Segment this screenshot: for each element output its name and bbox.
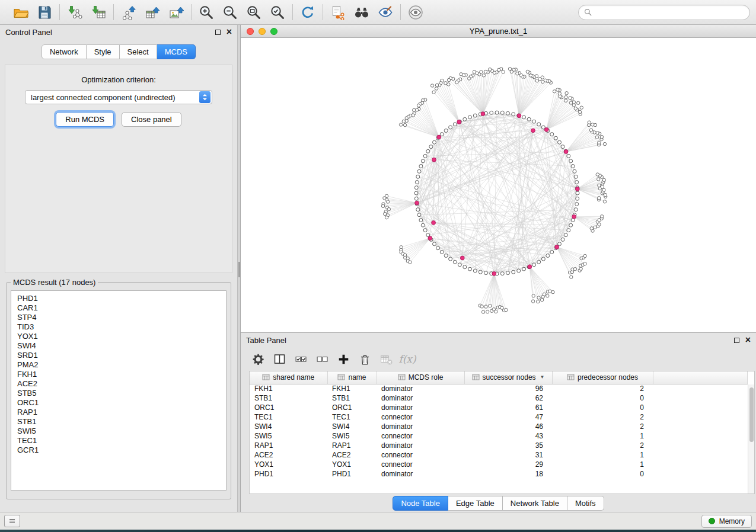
hide-graphics-button[interactable] [376,3,395,22]
mcds-node-item[interactable]: ACE2 [11,379,226,389]
select-all-button[interactable] [292,350,310,368]
mcds-node-item[interactable]: STB5 [11,389,226,398]
gear-button[interactable] [249,350,267,368]
delete-table-button[interactable] [377,350,395,368]
table-panel-title: Table Panel [246,336,286,345]
mcds-node-item[interactable]: ORC1 [11,398,226,408]
mcds-node-item[interactable]: YOX1 [11,332,226,341]
table-row[interactable]: TEC1TEC1connector472 [250,412,748,422]
table-row[interactable]: SWI4SWI4dominator462 [250,422,748,431]
optimization-criterion-select[interactable]: largest connected component (undirected) [25,90,212,104]
column-attribute-icon [337,374,345,380]
export-table-button[interactable] [143,3,162,22]
optimization-criterion-label: Optimization criterion: [5,75,232,84]
close-panel-icon[interactable]: × [227,28,232,36]
trash-button[interactable] [356,350,374,368]
share-document-button[interactable] [328,3,347,22]
table-tab-node-table[interactable]: Node Table [393,496,448,511]
mcds-node-item[interactable]: TID3 [11,322,226,332]
memory-button[interactable]: Memory [701,515,752,528]
show-graphics-icon [408,5,423,20]
function-icon: f(x) [398,353,416,365]
tab-mcds[interactable]: MCDS [157,44,196,59]
column-header-filler [653,371,748,384]
node-table-container: shared namenameMCDS rolesuccessor nodes▼… [249,371,755,494]
mcds-node-item[interactable]: CAR1 [11,303,226,313]
network-graph[interactable] [241,38,756,332]
table-row[interactable]: YOX1YOX1connector291 [250,460,748,469]
table-tab-network-table[interactable]: Network Table [503,496,567,511]
import-table-button[interactable] [89,3,108,22]
mcds-node-item[interactable]: SWI4 [11,341,226,351]
minimize-window-icon[interactable] [259,28,266,35]
scrollbar-thumb[interactable] [749,387,754,442]
splitter-grip[interactable] [238,262,240,277]
network-canvas[interactable] [241,38,756,332]
add-button[interactable] [334,350,352,368]
float-panel-icon[interactable] [734,338,739,343]
memory-status-icon [709,518,715,524]
zoom-in-button[interactable] [197,3,216,22]
zoom-selected-button[interactable] [268,3,287,22]
tab-network[interactable]: Network [42,44,87,59]
refresh-button[interactable] [298,3,317,22]
show-graphics-button[interactable] [406,3,425,22]
column-header-MCDS-role[interactable]: MCDS role [377,371,464,384]
mcds-result-list[interactable]: PHD1CAR1STP4TID3YOX1SWI4SRD1PMA2FKH1ACE2… [11,290,227,491]
mcds-node-item[interactable]: STB1 [11,417,226,427]
columns-button[interactable] [270,350,288,368]
table-row[interactable]: SWI5SWI5connector431 [250,431,748,441]
column-header-predecessor-nodes[interactable]: predecessor nodes [552,371,653,384]
main-area: Control Panel × NetworkStyleSelectMCDS O… [0,25,756,512]
close-window-icon[interactable] [247,28,254,35]
save-session-button[interactable] [35,3,54,22]
mcds-node-item[interactable]: RAP1 [11,408,226,417]
mcds-node-item[interactable]: STP4 [11,313,226,322]
column-header-successor-nodes[interactable]: successor nodes▼ [464,371,552,384]
table-row[interactable]: STB1STB1dominator620 [250,393,748,403]
maximize-window-icon[interactable] [270,28,277,35]
export-image-button[interactable] [167,3,186,22]
status-bar: Memory [0,512,756,530]
search-network-button[interactable] [352,3,371,22]
column-header-shared-name[interactable]: shared name [250,371,327,384]
table-row[interactable]: FKH1FKH1dominator962 [250,384,748,393]
table-row[interactable]: RAP1RAP1dominator352 [250,441,748,450]
mcds-node-item[interactable]: SWI5 [11,427,226,436]
zoom-out-button[interactable] [221,3,240,22]
table-tab-edge-table[interactable]: Edge Table [448,496,503,511]
mcds-node-item[interactable]: SRD1 [11,351,226,360]
open-file-button[interactable] [11,3,30,22]
mcds-node-item[interactable]: FKH1 [11,370,226,379]
mcds-node-item[interactable]: GCR1 [11,446,226,455]
toolbar-group [401,3,430,22]
float-panel-icon[interactable] [215,30,221,35]
mcds-node-item[interactable]: TEC1 [11,436,226,446]
run-mcds-button[interactable]: Run MCDS [56,112,114,127]
close-panel-icon[interactable]: × [745,336,751,344]
mcds-node-item[interactable]: PHD1 [11,294,226,303]
table-row[interactable]: ORC1ORC1dominator610 [250,403,748,412]
table-row[interactable]: ACE2ACE2connector311 [250,450,748,460]
import-network-button[interactable] [65,3,84,22]
search-box[interactable] [578,5,750,20]
search-input[interactable] [596,8,744,17]
menu-list-icon [8,517,17,525]
tab-style[interactable]: Style [87,44,120,59]
zoom-fit-button[interactable] [244,3,263,22]
panel-menu-button[interactable] [4,515,20,527]
hide-graphics-icon [378,5,393,20]
desktop-background [0,530,756,532]
mcds-node-item[interactable]: PMA2 [11,360,226,370]
close-panel-button[interactable]: Close panel [122,112,181,127]
select-all-icon [294,352,308,366]
mcds-result-title: MCDS result (17 nodes) [11,278,98,287]
deselect-all-button[interactable] [313,350,331,368]
table-scrollbar[interactable] [748,384,754,493]
export-network-button[interactable] [119,3,138,22]
table-row[interactable]: PHD1PHD1dominator180 [250,469,748,479]
column-header-name[interactable]: name [327,371,377,384]
tab-select[interactable]: Select [120,44,157,59]
function-builder-button[interactable]: f(x) [398,350,416,368]
table-tab-motifs[interactable]: Motifs [567,496,604,511]
